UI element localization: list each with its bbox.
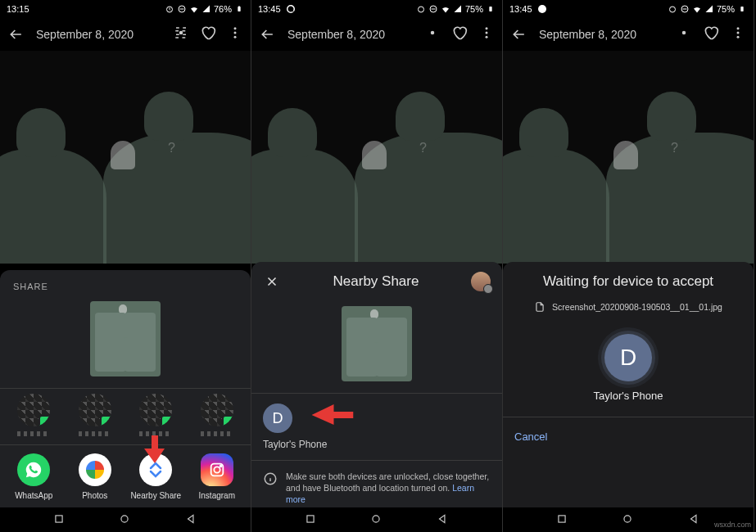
battery-percent: 75%	[465, 4, 483, 14]
annotation-arrow-icon	[144, 435, 165, 463]
svg-rect-15	[55, 516, 61, 522]
device-avatar-large: D	[604, 334, 652, 381]
back-icon[interactable]	[260, 26, 276, 43]
share-header-label: SHARE	[0, 270, 251, 296]
status-icons: 76%	[165, 4, 244, 14]
share-app-label: Photos	[82, 491, 107, 500]
svg-rect-34	[558, 516, 564, 522]
nav-recents-icon[interactable]	[305, 513, 318, 526]
svg-point-31	[737, 27, 740, 29]
nav-back-icon[interactable]	[437, 513, 450, 526]
favorite-icon[interactable]	[451, 25, 468, 44]
nav-recents-icon[interactable]	[53, 513, 66, 526]
waiting-panel: Waiting for device to accept Screenshot_…	[503, 262, 754, 507]
status-bar: 13:45 75%	[251, 0, 502, 18]
more-icon[interactable]	[731, 25, 745, 43]
lens-icon[interactable]	[174, 25, 188, 43]
nav-home-icon[interactable]	[119, 513, 132, 526]
svg-point-9	[234, 27, 237, 29]
battery-percent: 76%	[214, 4, 232, 14]
status-bar: 13:15 76%	[0, 0, 251, 18]
svg-point-17	[418, 7, 423, 12]
photos-icon	[79, 453, 111, 486]
more-icon[interactable]	[479, 25, 494, 43]
share-app-whatsapp[interactable]: WhatsApp	[5, 453, 62, 500]
svg-point-8	[180, 32, 183, 34]
status-time: 13:15	[7, 4, 29, 14]
screen-share-sheet: 13:15 76% September 8, 2020 ? SHARE	[0, 0, 251, 532]
svg-point-23	[486, 36, 488, 38]
svg-point-16	[121, 516, 128, 522]
share-app-photos[interactable]: Photos	[66, 453, 124, 500]
share-app-label: Nearby Share	[130, 491, 181, 500]
signal-icon	[201, 4, 211, 14]
whatsapp-icon	[17, 453, 50, 486]
wifi-icon	[441, 4, 450, 14]
svg-point-10	[234, 32, 237, 34]
nav-back-icon[interactable]	[185, 513, 198, 526]
status-time: 13:45	[509, 4, 532, 14]
dnd-icon	[177, 4, 187, 14]
svg-point-21	[486, 27, 488, 29]
navigation-bar	[251, 507, 502, 532]
cancel-button[interactable]: Cancel	[514, 431, 547, 443]
svg-point-22	[486, 32, 488, 34]
file-icon	[534, 301, 545, 313]
lens-icon[interactable]	[677, 25, 691, 43]
file-row: Screenshot_20200908-190503__01__01.jpg	[503, 298, 754, 329]
account-avatar[interactable]	[471, 272, 491, 291]
nearby-device-item[interactable]: D	[251, 393, 502, 436]
status-icons: 75%	[416, 4, 496, 14]
device-name-label: Taylor's Phone	[251, 436, 502, 460]
svg-rect-6	[176, 34, 179, 38]
nearby-share-title: Nearby Share	[281, 273, 471, 290]
instagram-icon	[201, 453, 233, 486]
photo-viewer[interactable]: ?	[251, 51, 502, 264]
share-thumbnail	[251, 301, 502, 393]
status-bar: 13:45 75%	[503, 0, 754, 18]
battery-icon	[737, 4, 747, 14]
svg-point-30	[683, 32, 686, 34]
svg-point-33	[737, 36, 740, 38]
photo-date-title: September 8, 2020	[539, 28, 677, 41]
app-bar: September 8, 2020	[0, 18, 251, 51]
back-icon[interactable]	[8, 26, 25, 43]
favorite-icon[interactable]	[703, 25, 719, 44]
share-contact[interactable]	[5, 394, 62, 436]
share-contact[interactable]	[188, 394, 246, 436]
device-name-label: Taylor's Phone	[594, 390, 663, 402]
nav-home-icon[interactable]	[370, 513, 383, 526]
alarm-icon	[668, 4, 677, 14]
battery-percent: 75%	[717, 4, 735, 14]
share-sheet: SHARE WhatsApp Photos Nearby Share	[0, 270, 251, 507]
photo-viewer[interactable]: ?	[0, 51, 251, 264]
more-icon[interactable]	[228, 25, 242, 43]
close-icon[interactable]	[263, 273, 281, 291]
svg-point-26	[373, 516, 379, 522]
nav-home-icon[interactable]	[622, 513, 635, 526]
svg-rect-19	[489, 7, 491, 11]
share-contacts-row	[0, 388, 251, 444]
share-contact[interactable]	[127, 394, 184, 436]
nav-back-icon[interactable]	[688, 513, 701, 526]
battery-icon	[486, 4, 496, 14]
share-contact[interactable]	[66, 394, 124, 436]
photo-date-title: September 8, 2020	[287, 28, 425, 41]
nav-recents-icon[interactable]	[556, 513, 569, 526]
dnd-icon	[428, 4, 438, 14]
svg-rect-5	[183, 28, 186, 31]
screen-nearby-share: 13:45 75% September 8, 2020 ? Nearby Sha…	[251, 0, 503, 532]
share-app-instagram[interactable]: Instagram	[188, 453, 246, 500]
photo-viewer[interactable]: ?	[503, 51, 754, 264]
back-icon[interactable]	[511, 26, 527, 43]
lens-icon[interactable]	[425, 25, 440, 43]
favorite-icon[interactable]	[200, 25, 216, 44]
whatsapp-status-icon	[286, 4, 296, 14]
app-bar: September 8, 2020	[503, 18, 754, 51]
share-apps-row: WhatsApp Photos Nearby Share Instagram	[0, 444, 251, 510]
svg-point-32	[737, 32, 740, 34]
info-icon	[263, 471, 278, 486]
svg-point-14	[220, 466, 221, 467]
navigation-bar	[0, 507, 251, 532]
wifi-icon	[692, 4, 702, 14]
